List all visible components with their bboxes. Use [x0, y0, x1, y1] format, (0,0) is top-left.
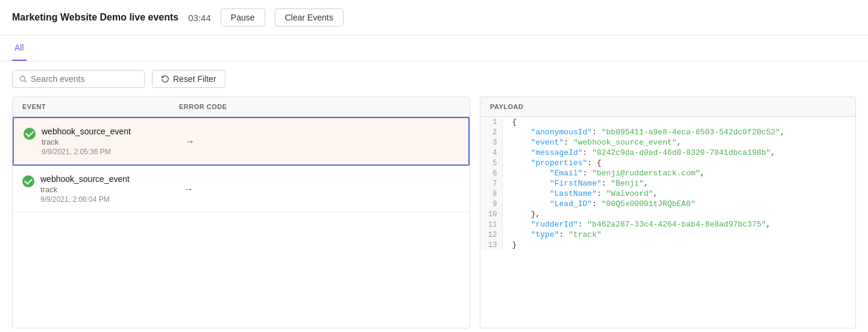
event-details: webhook_source_event track 9/9/2021, 2:0… [42, 127, 131, 156]
code-line: 9 "Lead_ID": "00Q5x00001tJRQbEA0" [480, 199, 855, 209]
code-line: 13 } [480, 240, 855, 250]
code-line: 4 "messageId": "8242c9da-d0ad-46d8-8320-… [480, 148, 855, 158]
events-panel: EVENT ERROR CODE webhook_source_event tr… [12, 96, 470, 328]
timer-display: 03:44 [188, 13, 211, 23]
line-number: 5 [480, 158, 502, 168]
col-error-header: ERROR CODE [179, 103, 227, 110]
reset-filter-button[interactable]: Reset Filter [152, 70, 225, 88]
code-line: 10 }, [480, 209, 855, 219]
page-header: Marketing Website Demo live events 03:44… [0, 0, 868, 36]
code-line: 12 "type": "track" [480, 230, 855, 240]
code-line: 5 "properties": { [480, 158, 855, 168]
arrow-icon: → [185, 136, 195, 147]
payload-content: 1 { 2 "anonymousId": "bb095411-a9e8-4eca… [480, 117, 855, 328]
line-content: "FirstName": "Benji", [502, 178, 855, 189]
event-name: webhook_source_event [40, 174, 130, 184]
events-list: webhook_source_event track 9/9/2021, 2:0… [13, 117, 470, 328]
events-table-header: EVENT ERROR CODE [13, 97, 470, 117]
line-content: "event": "webhook_source_event", [502, 137, 855, 148]
clear-events-button[interactable]: Clear Events [275, 8, 344, 27]
line-number: 12 [480, 230, 502, 240]
reset-filter-label: Reset Filter [173, 74, 216, 84]
table-row[interactable]: webhook_source_event track 9/9/2021, 2:0… [13, 117, 470, 166]
line-content: "rudderId": "b462a287-33c4-4264-bab4-8e8… [502, 219, 855, 230]
event-time: 9/9/2021, 2:05:36 PM [42, 148, 131, 156]
line-number: 9 [480, 199, 502, 209]
line-number: 10 [480, 209, 502, 219]
line-content: "anonymousId": "bb095411-a9e8-4eca-8503-… [502, 127, 855, 137]
line-content: "LastName": "Walvoord", [502, 189, 855, 199]
search-input[interactable] [31, 74, 138, 84]
event-info-col: webhook_source_event track 9/9/2021, 2:0… [22, 174, 179, 204]
line-content: "type": "track" [502, 230, 855, 240]
pause-button[interactable]: Pause [221, 8, 265, 27]
line-number: 8 [480, 189, 502, 199]
event-details: webhook_source_event track 9/9/2021, 2:0… [40, 174, 130, 204]
line-content: "messageId": "8242c9da-d0ad-46d8-8320-78… [502, 148, 855, 158]
toolbar: Reset Filter [0, 61, 868, 96]
arrow-icon: → [184, 184, 193, 195]
line-number: 7 [480, 178, 502, 189]
code-line: 3 "event": "webhook_source_event", [480, 137, 855, 148]
code-line: 6 "Email": "benji@rudderstack.com", [480, 168, 855, 178]
line-content: "Lead_ID": "00Q5x00001tJRQbEA0" [502, 199, 855, 209]
code-line: 2 "anonymousId": "bb095411-a9e8-4eca-850… [480, 127, 855, 137]
tab-bar: All [0, 36, 868, 61]
line-content: }, [502, 209, 855, 219]
code-table: 1 { 2 "anonymousId": "bb095411-a9e8-4eca… [480, 117, 855, 250]
code-line: 1 { [480, 117, 855, 127]
event-name: webhook_source_event [42, 127, 131, 136]
line-number: 3 [480, 137, 502, 148]
line-content: } [502, 240, 855, 250]
line-content: "properties": { [502, 158, 855, 168]
code-line: 11 "rudderId": "b462a287-33c4-4264-bab4-… [480, 219, 855, 230]
search-icon [19, 75, 27, 83]
success-icon [22, 175, 34, 187]
tab-all[interactable]: All [12, 36, 27, 61]
line-number: 2 [480, 127, 502, 137]
event-type: track [40, 185, 130, 194]
search-container [12, 70, 145, 88]
payload-panel: PAYLOAD 1 { 2 "anonymousId": "bb095411-a… [480, 96, 856, 328]
col-event-header: EVENT [22, 103, 179, 110]
table-row[interactable]: webhook_source_event track 9/9/2021, 2:0… [13, 166, 470, 213]
event-time: 9/9/2021, 2:06:04 PM [40, 195, 130, 204]
main-content: EVENT ERROR CODE webhook_source_event tr… [0, 96, 868, 332]
svg-point-0 [20, 76, 25, 81]
reset-icon [161, 75, 169, 83]
svg-line-1 [25, 81, 27, 83]
line-number: 1 [480, 117, 502, 127]
event-info-col: webhook_source_event track 9/9/2021, 2:0… [24, 127, 180, 156]
line-content: "Email": "benji@rudderstack.com", [502, 168, 855, 178]
line-number: 4 [480, 148, 502, 158]
payload-header: PAYLOAD [480, 97, 855, 117]
code-line: 7 "FirstName": "Benji", [480, 178, 855, 189]
success-icon [24, 128, 36, 140]
event-type: track [42, 137, 131, 146]
line-content: { [502, 117, 855, 127]
line-number: 6 [480, 168, 502, 178]
line-number: 13 [480, 240, 502, 250]
page-title: Marketing Website Demo live events [12, 12, 178, 23]
code-line: 8 "LastName": "Walvoord", [480, 189, 855, 199]
line-number: 11 [480, 219, 502, 230]
